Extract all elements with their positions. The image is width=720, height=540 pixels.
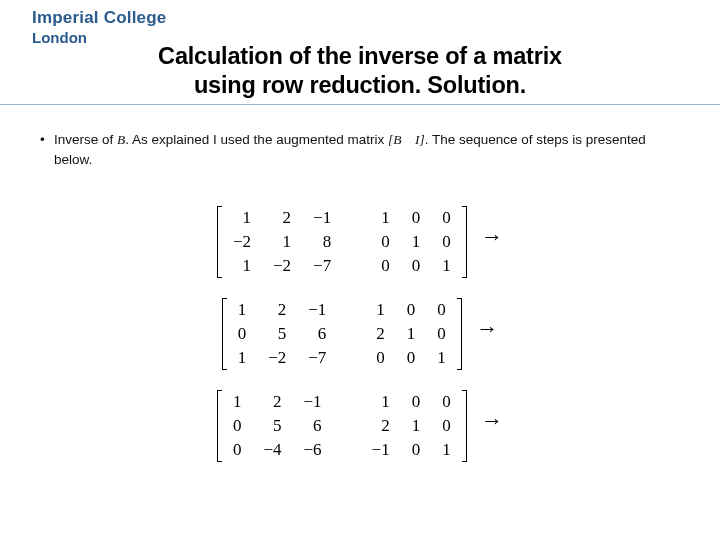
- aug-gap: [337, 322, 365, 346]
- cell: 0: [426, 298, 457, 322]
- slide: Imperial College London Calculation of t…: [0, 0, 720, 540]
- cell: 0: [370, 230, 401, 254]
- aug-gap: [342, 254, 370, 278]
- cell: 1: [401, 414, 432, 438]
- cell: −1: [302, 206, 342, 230]
- aug-gap: [333, 414, 361, 438]
- slide-title: Calculation of the inverse of a matrix u…: [0, 42, 720, 99]
- bracket-right-icon: [462, 390, 467, 462]
- cell: 0: [222, 438, 253, 462]
- cell: 1: [222, 254, 262, 278]
- bullet-text: Inverse of B. As explained I used the au…: [54, 130, 672, 169]
- aug-gap: [337, 346, 365, 370]
- augmented-matrix-3: 12−1100 056210 0−4−6−101: [217, 390, 467, 462]
- cell: 2: [361, 414, 401, 438]
- cell: 0: [431, 206, 462, 230]
- cell: 0: [426, 322, 457, 346]
- matrix-step-1: 12−1100 −218010 1−2−7001 →: [217, 206, 503, 278]
- cell: −1: [297, 298, 337, 322]
- matrix-table: 12−1100 056210 0−4−6−101: [222, 390, 462, 462]
- title-line1: Calculation of the inverse of a matrix: [158, 43, 562, 69]
- cell: 0: [227, 322, 258, 346]
- cell: 0: [370, 254, 401, 278]
- matrix-table: 12−1100 056210 1−2−7001: [227, 298, 457, 370]
- cell: 1: [426, 346, 457, 370]
- cell: −7: [297, 346, 337, 370]
- matrix-step-2: 12−1100 056210 1−2−7001 →: [222, 298, 499, 370]
- brand-logo: Imperial College London: [32, 8, 167, 46]
- aug-gap: [337, 298, 365, 322]
- cell: 1: [431, 254, 462, 278]
- matrix-step-3: 12−1100 056210 0−4−6−101 →: [217, 390, 503, 462]
- cell: −2: [257, 346, 297, 370]
- title-divider: [0, 104, 720, 105]
- cell: −4: [252, 438, 292, 462]
- cell: −6: [292, 438, 332, 462]
- cell: 0: [431, 230, 462, 254]
- cell: 1: [227, 346, 258, 370]
- matrix-table: 12−1100 −218010 1−2−7001: [222, 206, 462, 278]
- cell: 0: [431, 390, 462, 414]
- cell: 1: [361, 390, 401, 414]
- arrow-icon: →: [481, 408, 503, 434]
- cell: 1: [370, 206, 401, 230]
- cell: 1: [262, 230, 302, 254]
- cell: 1: [431, 438, 462, 462]
- brand-line1: Imperial College: [32, 8, 167, 28]
- bracket-right-icon: [462, 206, 467, 278]
- bullet-t2: . As explained I used the augmented matr…: [125, 132, 388, 147]
- aug-gap: [342, 206, 370, 230]
- augmented-matrix-2: 12−1100 056210 1−2−7001: [222, 298, 462, 370]
- cell: 6: [297, 322, 337, 346]
- cell: 1: [222, 390, 253, 414]
- bullet-aug: [B I]: [388, 132, 425, 147]
- cell: −2: [222, 230, 262, 254]
- aug-gap: [333, 390, 361, 414]
- cell: −7: [302, 254, 342, 278]
- augmented-matrix-1: 12−1100 −218010 1−2−7001: [217, 206, 467, 278]
- cell: 0: [401, 254, 432, 278]
- math-area: 12−1100 −218010 1−2−7001 → 12−1100 05621…: [0, 196, 720, 472]
- cell: 0: [401, 206, 432, 230]
- cell: 0: [401, 438, 432, 462]
- cell: 1: [396, 322, 427, 346]
- cell: 1: [222, 206, 262, 230]
- cell: 2: [262, 206, 302, 230]
- cell: 0: [396, 298, 427, 322]
- cell: 1: [227, 298, 258, 322]
- cell: 0: [401, 390, 432, 414]
- bracket-right-icon: [457, 298, 462, 370]
- cell: 1: [401, 230, 432, 254]
- cell: 0: [396, 346, 427, 370]
- cell: 2: [257, 298, 297, 322]
- cell: 5: [252, 414, 292, 438]
- cell: 8: [302, 230, 342, 254]
- arrow-icon: →: [481, 224, 503, 250]
- cell: 2: [365, 322, 396, 346]
- title-line2: using row reduction. Solution.: [194, 72, 526, 98]
- cell: 0: [431, 414, 462, 438]
- bullet-t1: Inverse of: [54, 132, 117, 147]
- cell: 6: [292, 414, 332, 438]
- cell: 0: [222, 414, 253, 438]
- cell: −1: [292, 390, 332, 414]
- cell: −1: [361, 438, 401, 462]
- aug-gap: [342, 230, 370, 254]
- cell: 2: [252, 390, 292, 414]
- cell: 0: [365, 346, 396, 370]
- cell: 1: [365, 298, 396, 322]
- arrow-icon: →: [476, 316, 498, 342]
- cell: −2: [262, 254, 302, 278]
- cell: 5: [257, 322, 297, 346]
- aug-gap: [333, 438, 361, 462]
